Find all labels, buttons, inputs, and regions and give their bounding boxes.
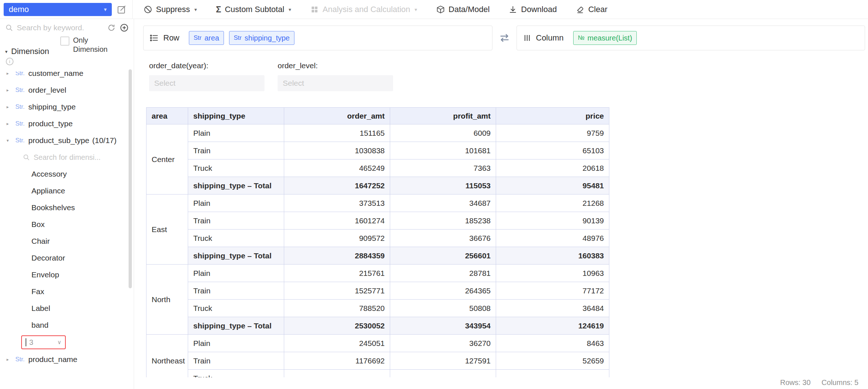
cell-shipping-type: Train — [188, 212, 284, 230]
dataset-selector[interactable]: demo ▾ — [4, 3, 112, 16]
column-header-order_amt[interactable]: order_amt — [284, 108, 390, 124]
dimension-info-row: i — [0, 56, 134, 67]
chevron-right-icon: ▸ — [7, 88, 15, 93]
field-name: shipping_type — [28, 103, 76, 111]
dimension-section-label: Dimension — [11, 47, 49, 56]
cell-value: 909572 — [284, 230, 390, 247]
field-pill-shipping_type[interactable]: Strshipping_type — [229, 31, 294, 45]
sidebar-field-product_type[interactable]: ▸Str.product_type — [0, 115, 134, 132]
pivot-table-container[interactable]: areashipping_typeorder_amtprofit_amtpric… — [146, 107, 610, 377]
refresh-icon[interactable] — [107, 24, 115, 32]
sidebar-field-product_box[interactable]: ▸Str.product_box — [0, 368, 134, 372]
menu-item-analysis-calculation[interactable]: Analysis and Calculation▾ — [301, 0, 427, 19]
sidebar-field-product_sub_type[interactable]: ▾Str.product_sub_type(10/17) — [0, 132, 134, 149]
cell-shipping-type: Truck — [188, 370, 284, 378]
sidebar-field-shipping_type[interactable]: ▸Str.shipping_type — [0, 99, 134, 115]
cell-total-label: shipping_type – Total — [188, 247, 284, 265]
table-total-row: shipping_type – Total164725211505395481 — [146, 177, 609, 194]
sidebar-field-order_level[interactable]: ▸Str.order_level — [0, 82, 134, 99]
cell-shipping-type: Truck — [188, 230, 284, 247]
dimension-value-search-input[interactable] — [34, 153, 103, 162]
field-name: product_name — [28, 355, 77, 364]
cell-value — [284, 370, 390, 378]
sidebar-field-customer_name[interactable]: ▸Str.customer_name — [0, 72, 134, 82]
table-row: NorthPlain2157612878110963 — [146, 265, 609, 282]
dimension-value-Bookshelves[interactable]: Bookshelves — [0, 199, 134, 216]
cell-value: 65103 — [496, 142, 609, 159]
dimension-value-Box[interactable]: Box — [0, 216, 134, 233]
cell-total-value: 2530052 — [284, 317, 390, 335]
pivot-table: areashipping_typeorder_amtprofit_amtpric… — [146, 107, 609, 377]
edit-icon[interactable] — [117, 5, 126, 14]
chevron-right-icon: ▸ — [7, 357, 15, 362]
swap-axes-icon[interactable] — [499, 32, 510, 43]
table-row: Train117669212759152659 — [146, 352, 609, 370]
dimension-value-Fax[interactable]: Fax — [0, 283, 134, 300]
cell-total-value: 95481 — [496, 177, 609, 194]
only-dimension-checkbox[interactable]: Only Dimension — [60, 36, 114, 54]
top-toolbar: demo ▾ Suppress▾ΣCustom Subtotal▾Analysi… — [0, 0, 868, 19]
chevron-right-icon: ▸ — [7, 121, 15, 126]
dimension-value-Chair[interactable]: Chair — [0, 233, 134, 250]
menu-item-clear[interactable]: Clear — [566, 0, 617, 19]
menu-item-data-model[interactable]: Data/Model — [427, 0, 499, 19]
column-header-area[interactable]: area — [146, 108, 188, 124]
sidebar-search-row — [0, 20, 134, 35]
dimension-value-Decorator[interactable]: Decorator — [0, 250, 134, 266]
dimension-value-Appliance[interactable]: Appliance — [0, 182, 134, 199]
cell-value: 36484 — [496, 300, 609, 317]
cell-value — [496, 370, 609, 378]
cell-shipping-type: Truck — [188, 159, 284, 177]
editing-item-input[interactable]: 3∨ — [21, 335, 66, 349]
suppress-icon — [144, 5, 152, 14]
dimension-value-band[interactable]: band — [0, 317, 134, 334]
chevron-down-icon: ▾ — [289, 7, 291, 12]
cell-total-label: shipping_type – Total — [188, 317, 284, 335]
row-icon — [149, 33, 159, 43]
cell-total-value: 256601 — [390, 247, 496, 265]
chevron-down-icon: ▾ — [5, 49, 8, 54]
menu-item-suppress[interactable]: Suppress▾ — [134, 0, 206, 19]
column-header-shipping_type[interactable]: shipping_type — [188, 108, 284, 124]
menu-item-label: Suppress — [156, 5, 190, 14]
dimension-section-toggle[interactable]: ▾ Dimension — [5, 47, 49, 56]
cell-value: 48976 — [496, 230, 609, 247]
column-header-price[interactable]: price — [496, 108, 609, 124]
cell-value: 28781 — [390, 265, 496, 282]
menu-item-custom-subtotal[interactable]: ΣCustom Subtotal▾ — [206, 0, 301, 19]
dimension-value-Accessory[interactable]: Accessory — [0, 166, 134, 182]
status-columns: Columns: 5 — [822, 378, 859, 387]
cell-value: 36676 — [390, 230, 496, 247]
menu-item-download[interactable]: Download — [499, 0, 566, 19]
dimension-value-Label[interactable]: Label — [0, 300, 134, 317]
filter-select[interactable]: Select — [278, 75, 393, 91]
add-icon[interactable] — [120, 23, 129, 32]
checkbox-icon — [60, 36, 69, 46]
info-icon[interactable]: i — [6, 58, 14, 65]
field-pill-measure(List)[interactable]: №measure(List) — [573, 31, 637, 45]
status-bar: Rows: 30 Columns: 5 — [780, 378, 859, 387]
cell-total-value: 1647252 — [284, 177, 390, 194]
cube-icon — [436, 5, 445, 14]
field-name: product_sub_type — [28, 136, 90, 145]
field-pill-label: measure(List) — [587, 34, 632, 42]
table-row: Truck465249736320618 — [146, 159, 609, 177]
field-pill-area[interactable]: Strarea — [189, 31, 224, 45]
field-type-badge: Str. — [15, 356, 25, 363]
search-icon — [5, 24, 13, 32]
table-row: Truck — [146, 370, 609, 378]
filter-label: order_level: — [278, 61, 393, 70]
sidebar-scrollbar[interactable] — [129, 69, 132, 288]
dimension-value-Envelop[interactable]: Envelop — [0, 266, 134, 283]
column-header-profit_amt[interactable]: profit_amt — [390, 108, 496, 124]
sidebar-field-product_name[interactable]: ▸Str.product_name — [0, 351, 134, 368]
menu-item-label: Data/Model — [449, 5, 490, 14]
filter-group-1: order_level:Select — [278, 61, 393, 91]
cell-value: 1176692 — [284, 352, 390, 370]
editing-item-value: 3 — [29, 338, 54, 347]
table-row: Truck7885205080836484 — [146, 300, 609, 317]
filter-select[interactable]: Select — [149, 75, 264, 91]
search-icon — [23, 154, 30, 161]
menu-item-label: Custom Subtotal — [225, 5, 284, 14]
search-input[interactable] — [17, 23, 103, 32]
